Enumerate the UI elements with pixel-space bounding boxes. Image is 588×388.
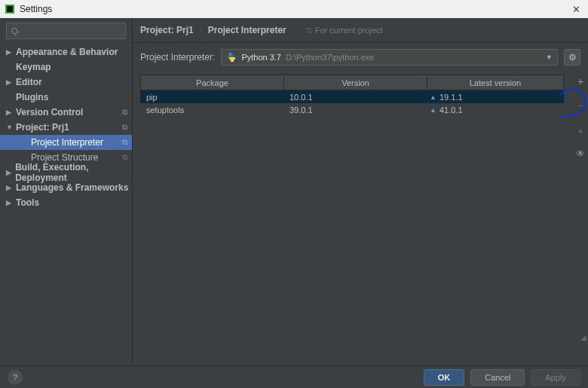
sidebar-item-project-interpreter[interactable]: Project Interpreter⧉ (0, 135, 132, 150)
header-package[interactable]: Package (141, 76, 284, 90)
sidebar-item-project-prj1[interactable]: ▼Project: Prj1⧉ (0, 120, 132, 135)
header-latest[interactable]: Latest version (427, 76, 563, 90)
header-version[interactable]: Version (284, 76, 427, 90)
sidebar-item-label: Project: Prj1 (16, 122, 69, 133)
copy-icon: ⧉ (122, 108, 127, 117)
sidebar-item-version-control[interactable]: ▶Version Control⧉ (0, 105, 132, 120)
app-icon (5, 4, 15, 14)
remove-package-button[interactable]: − (574, 99, 587, 112)
sidebar-item-label: Project Structure (31, 152, 98, 163)
upgrade-available-icon: ▲ (430, 93, 436, 101)
titlebar: Settings ✕ (0, 0, 588, 18)
apply-button[interactable]: Apply (531, 369, 580, 386)
sidebar-item-appearance-behavior[interactable]: ▶Appearance & Behavior (0, 44, 132, 60)
cell-latest: ▲41.0.1 (427, 105, 564, 115)
package-table: Package Version Latest version pip10.0.1… (140, 75, 564, 116)
package-area: Package Version Latest version pip10.0.1… (133, 70, 588, 365)
sidebar-item-label: Keymap (16, 62, 51, 72)
interpreter-name: Python 3.7 (241, 53, 281, 62)
cell-version: 39.0.1 (283, 105, 427, 115)
upgrade-available-icon: ▲ (430, 106, 436, 114)
show-early-releases-button[interactable]: 👁 (574, 147, 587, 160)
cell-package: setuptools (140, 105, 283, 115)
search-input[interactable] (6, 23, 126, 39)
settings-tree: ▶Appearance & BehaviorKeymap▶EditorPlugi… (0, 43, 132, 365)
sidebar-item-label: Build, Execution, Deployment (15, 162, 132, 183)
sidebar: ▶Appearance & BehaviorKeymap▶EditorPlugi… (0, 18, 133, 365)
sidebar-item-build-execution-deployment[interactable]: ▶Build, Execution, Deployment (0, 165, 132, 180)
sidebar-item-languages-frameworks[interactable]: ▶Languages & Frameworks (0, 180, 132, 195)
hint-text: For current project (315, 26, 383, 35)
tree-arrow-icon: ▶ (6, 169, 13, 176)
help-button[interactable]: ? (8, 370, 23, 385)
breadcrumb-hint: ⧉ For current project (306, 26, 383, 35)
close-icon[interactable]: ✕ (568, 4, 583, 15)
svg-point-3 (233, 60, 234, 61)
chevron-down-icon: ▼ (546, 53, 553, 61)
interpreter-label: Project Interpreter: (140, 52, 215, 63)
gear-icon: ⚙ (568, 52, 577, 63)
python-icon (226, 52, 237, 63)
sidebar-item-label: Editor (16, 77, 42, 87)
package-table-header: Package Version Latest version (140, 75, 564, 90)
content-panel: Project: Prj1 › Project Interpreter ⧉ Fo… (133, 18, 588, 365)
sidebar-item-label: Appearance & Behavior (16, 47, 118, 57)
tree-arrow-icon: ▼ (6, 124, 14, 131)
copy-icon: ⧉ (122, 123, 127, 132)
svg-rect-1 (7, 6, 13, 12)
table-row[interactable]: pip10.0.1▲19.1.1 (140, 90, 564, 103)
cell-package: pip (140, 93, 283, 102)
sidebar-item-label: Languages & Frameworks (16, 182, 128, 193)
tree-arrow-icon: ▶ (6, 48, 14, 56)
svg-point-2 (230, 53, 231, 54)
sidebar-item-plugins[interactable]: Plugins (0, 90, 132, 105)
window-title: Settings (20, 4, 568, 14)
sidebar-item-label: Plugins (16, 92, 48, 102)
copy-icon: ⧉ (306, 26, 312, 35)
main-area: ▶Appearance & BehaviorKeymap▶EditorPlugi… (0, 18, 588, 365)
sidebar-item-label: Tools (16, 197, 39, 208)
tree-arrow-icon: ▶ (6, 199, 14, 206)
interpreter-settings-button[interactable]: ⚙ (564, 49, 580, 66)
ok-button[interactable]: OK (424, 369, 465, 386)
latest-value: 41.0.1 (439, 105, 463, 115)
tree-arrow-icon: ▶ (6, 108, 14, 116)
copy-icon: ⧉ (122, 138, 127, 147)
breadcrumb-page: Project Interpreter (208, 25, 286, 35)
sidebar-item-editor[interactable]: ▶Editor (0, 75, 132, 90)
breadcrumb: Project: Prj1 › Project Interpreter ⧉ Fo… (133, 18, 588, 43)
resize-grip-icon: ◢ (580, 333, 586, 341)
tree-arrow-icon: ▶ (6, 78, 14, 86)
cancel-button[interactable]: Cancel (470, 369, 525, 386)
search-wrap (0, 18, 132, 43)
interpreter-path: D:\Python37\python.exe (286, 53, 374, 62)
cell-latest: ▲19.1.1 (427, 93, 564, 102)
package-side-buttons: + − ▲ 👁 (573, 75, 588, 160)
interpreter-select[interactable]: Python 3.7 D:\Python37\python.exe ▼ (221, 49, 558, 66)
add-package-button[interactable]: + (574, 75, 587, 88)
breadcrumb-separator: › (200, 26, 202, 34)
breadcrumb-project: Project: Prj1 (140, 25, 194, 35)
sidebar-item-keymap[interactable]: Keymap (0, 60, 132, 75)
footer: ? OK Cancel Apply (0, 365, 588, 388)
cell-version: 10.0.1 (283, 93, 427, 102)
tree-arrow-icon: ▶ (6, 184, 14, 191)
upgrade-package-button[interactable]: ▲ (574, 123, 587, 136)
sidebar-item-tools[interactable]: ▶Tools (0, 195, 132, 210)
latest-value: 19.1.1 (439, 93, 463, 102)
package-table-body: pip10.0.1▲19.1.1setuptools39.0.1▲41.0.1 (140, 90, 564, 116)
table-row[interactable]: setuptools39.0.1▲41.0.1 (140, 103, 564, 116)
interpreter-row: Project Interpreter: Python 3.7 D:\Pytho… (133, 43, 588, 70)
copy-icon: ⧉ (122, 153, 127, 162)
sidebar-item-label: Project Interpreter (31, 137, 103, 148)
sidebar-item-label: Version Control (16, 107, 83, 118)
